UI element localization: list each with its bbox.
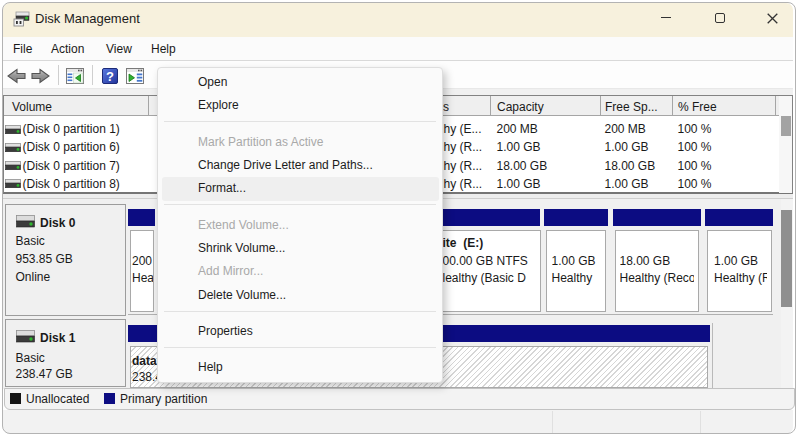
svg-text:?: ? [106,69,114,84]
